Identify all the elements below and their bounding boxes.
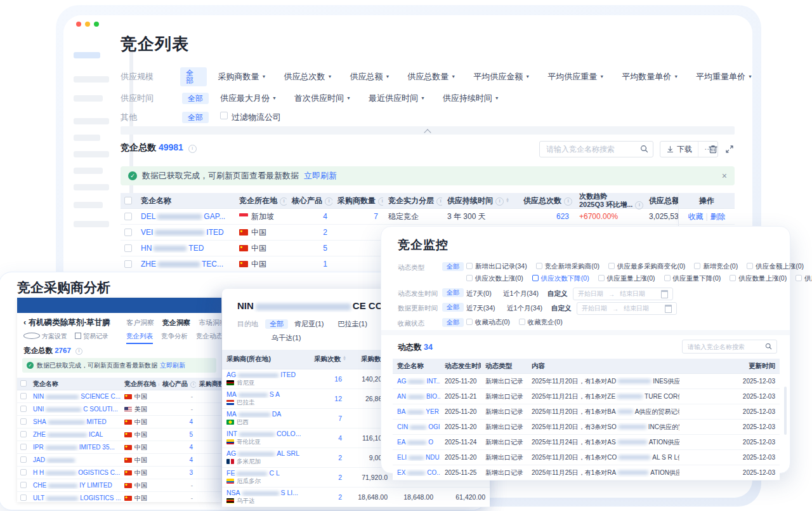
buyer-name-link[interactable]: MADA [226,410,305,418]
filter-checkbox-top-buyer-change[interactable]: 供应最多采购商变化(0) [608,262,685,271]
checkbox-icon[interactable] [20,444,27,450]
sort-icon[interactable]: ▲▼ [506,197,509,202]
filter-last7days[interactable]: 近7天(0) [466,289,492,298]
filter-chip-all[interactable]: 全部 [442,303,464,312]
company-name-link[interactable]: HNTED [136,244,234,253]
filter-checkbox-times-down[interactable]: 供应次数下降(0) [532,274,589,283]
filter-last-month[interactable]: 近1个月(34) [503,289,539,298]
table-row[interactable]: SHAMITED中国4 [17,416,221,428]
company-name-link[interactable]: EAO [393,439,440,446]
filter-checkbox-weight-down[interactable]: 供应重量下降(0) [664,274,721,283]
table-row[interactable]: ELINDU... 2025-11-20 新增出口记录 2025年11月20日，… [393,450,780,465]
sidebar-item[interactable] [74,151,109,157]
filter-checkbox-qty-up[interactable]: 供应数量上涨(0) [730,274,787,283]
core-products-link[interactable]: 2 [287,228,332,237]
checkbox-icon[interactable] [20,406,27,412]
times-link[interactable]: 12 [310,395,346,402]
filter-collapse-bar[interactable] [121,126,735,135]
company-name-link[interactable]: DELGAP... [136,212,234,221]
company-name-link[interactable]: SHAMITED [30,418,121,425]
mini-breadcrumb[interactable]: ‹ 有机磷类除草剂-草甘膦 [23,317,110,328]
end-date-placeholder[interactable]: 结束日期 [620,289,645,298]
calendar-icon[interactable] [661,290,668,298]
table-row[interactable]: DELGAP... 新加坡 4 7 稳定竞企 3 年 300 天 623 +67… [121,209,735,225]
filter-dropdown[interactable]: 平均数量单价 [622,71,678,83]
table-row[interactable]: NINSCIENCE C...中国- [17,390,221,403]
subtab-competitor-list[interactable]: 竞企列表 [126,332,153,344]
info-icon[interactable] [635,201,643,209]
checkbox-icon[interactable] [20,393,27,399]
table-row[interactable]: H HOGISTICS C...中国3 [17,467,221,479]
checkbox-icon[interactable] [20,380,27,387]
checkbox-icon[interactable] [20,482,27,488]
search-input[interactable] [539,141,653,157]
minimize-window-icon[interactable] [85,22,90,27]
checkbox-icon[interactable] [220,112,228,119]
filter-dropdown[interactable]: 首次供应时间 [294,93,351,104]
checkbox-icon[interactable] [466,319,473,325]
info-icon[interactable] [378,197,383,206]
checkbox-icon[interactable] [519,319,525,325]
table-row[interactable]: ULTLOGISTICS ...中国- [17,492,221,502]
sidebar-item[interactable] [74,118,109,124]
company-name-link[interactable]: AGINT... [393,378,440,385]
filter-last-month[interactable]: 近1个月(34) [507,304,542,313]
info-icon[interactable] [564,197,572,206]
company-name-link[interactable]: CINOGIS... [393,423,440,430]
checkbox-icon[interactable] [608,263,615,269]
info-icon[interactable] [75,348,82,355]
filter-custom-label[interactable]: 自定义 [551,304,572,313]
checkbox-icon[interactable] [466,275,473,281]
checkbox-icon[interactable] [694,263,700,269]
buyer-name-link[interactable]: NSAS LI... [226,489,305,496]
filter-dropdown[interactable]: 供应总数量 [407,71,455,83]
filter-last7days[interactable]: 近7天(34) [466,304,495,313]
company-name-link[interactable]: EXCO... [393,469,440,476]
checkbox-icon[interactable] [20,469,27,475]
filter-chip-all[interactable]: 全部 [442,262,464,271]
filter-checkbox-fav-competitor[interactable]: 收藏竞企(0) [519,318,563,327]
delete-history-icon[interactable] [708,144,718,154]
destination-option[interactable]: 巴拉圭(1) [337,319,367,329]
sidebar-item[interactable] [74,168,103,174]
sidebar-item[interactable] [74,95,103,102]
start-date-placeholder[interactable]: 开始日期 [578,289,603,298]
company-name-link[interactable]: ZHEICAL [30,431,121,438]
scrollbar-thumb[interactable] [784,387,787,435]
table-row[interactable]: IPRIMITED 35...中国4 [17,441,221,454]
scheme-settings-link[interactable]: 方案设置 [23,332,67,341]
favorite-link[interactable]: 收藏 [688,211,703,222]
destination-option[interactable]: 肯尼亚(1) [294,319,324,329]
filter-chip-all[interactable]: 全部 [442,288,464,297]
company-name-link[interactable]: VEIITED [136,228,234,237]
core-products-link[interactable]: 5 [287,244,332,253]
times-link[interactable]: 623 [518,212,574,221]
company-name-link[interactable]: ANBIO... [393,393,440,400]
company-name-link[interactable]: ELINDU... [393,454,440,461]
date-range-input[interactable]: 开始日期 → 结束日期 [573,288,673,300]
calendar-icon[interactable] [665,305,672,313]
trade-records-link[interactable]: 贸易记录 [75,332,108,341]
filter-chip-all[interactable]: 全部 [182,93,209,104]
checkbox-icon[interactable] [747,263,753,269]
table-row[interactable]: EAO 2025-11-24 新增出口记录 2025年11月24日，有1条对AS… [393,435,780,450]
table-row[interactable]: CINOGIS... 2025-11-20 新增出口记录 2025年11月20日… [393,420,780,435]
sidebar-item[interactable] [74,221,109,227]
buyer-count-link[interactable]: 7 [332,212,383,221]
sidebar-item-active[interactable] [74,52,100,58]
filter-checkbox-weight-up[interactable]: 供应重量上涨(0) [598,274,655,283]
checkbox-icon[interactable] [124,229,132,236]
search-icon[interactable] [765,343,772,350]
back-chevron-icon[interactable]: ‹ [23,318,26,327]
filter-dropdown[interactable]: 平均供应金额 [473,71,530,83]
refresh-now-link[interactable]: 立即刷新 [304,170,337,182]
company-name-link[interactable]: JAD [30,456,121,463]
company-name-link[interactable]: UNIC SOLUTI... [30,406,121,413]
destination-chip-all[interactable]: 全部 [265,319,288,329]
tab-competitor-insight[interactable]: 竞企洞察 [162,318,190,328]
info-icon[interactable] [495,197,504,206]
destination-option[interactable]: 乌干达(1) [272,333,301,343]
filter-chip-all[interactable]: 全部 [182,112,209,123]
filter-dropdown[interactable]: 供应总额 [350,71,390,83]
table-row[interactable]: ANBIO... 2025-11-21 新增出口记录 2025年11月21日，有… [393,389,780,404]
